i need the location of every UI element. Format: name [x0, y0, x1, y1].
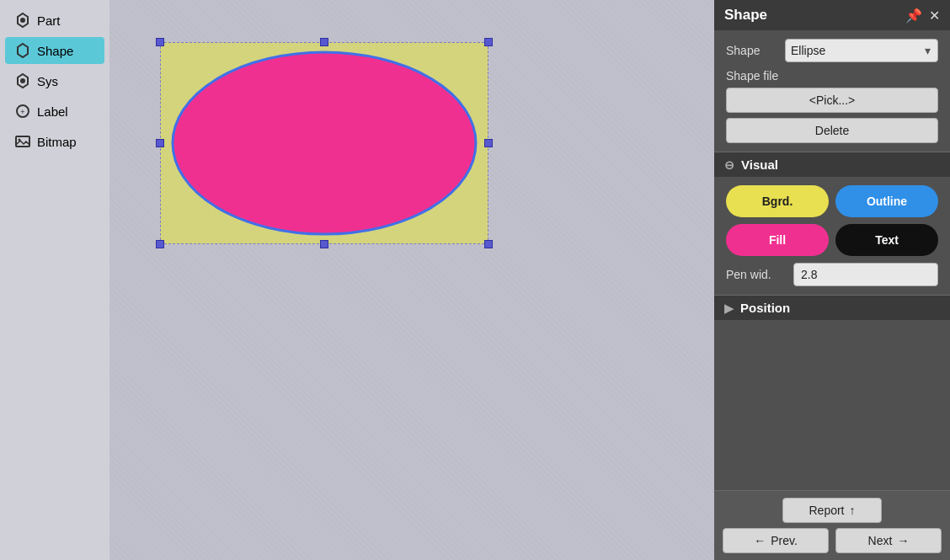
- handle-middle-left[interactable]: [156, 139, 164, 147]
- fill-button[interactable]: Fill: [726, 224, 829, 256]
- delete-button[interactable]: Delete: [726, 118, 938, 143]
- chevron-down-icon: ▾: [925, 44, 931, 57]
- shape-label: Shape: [37, 44, 73, 58]
- svg-text:+: +: [20, 108, 24, 116]
- text-button[interactable]: Text: [835, 224, 938, 256]
- handle-top-right[interactable]: [484, 38, 493, 46]
- next-label: Next: [868, 534, 893, 547]
- prev-arrow-icon: ←: [754, 534, 766, 547]
- handle-bottom-center[interactable]: [320, 240, 328, 248]
- svg-point-0: [20, 18, 25, 23]
- panel-title: Shape: [724, 7, 767, 24]
- close-icon[interactable]: ✕: [929, 8, 940, 24]
- next-arrow-icon: →: [897, 534, 909, 547]
- bgrd-button[interactable]: Bgrd.: [726, 185, 829, 217]
- bitmap-button[interactable]: Bitmap: [5, 128, 104, 155]
- prev-label: Prev.: [771, 534, 798, 547]
- selection-container: [160, 42, 488, 244]
- panel-header: Shape 📌 ✕: [714, 0, 950, 30]
- part-button[interactable]: Part: [5, 7, 104, 34]
- shape-type-label: Shape: [726, 44, 777, 57]
- label-icon: +: [13, 102, 32, 120]
- shape-dropdown[interactable]: Ellipse ▾: [785, 39, 938, 62]
- outline-button[interactable]: Outline: [835, 185, 938, 217]
- panel-header-icons: 📌 ✕: [905, 8, 940, 24]
- shape-type-row: Shape Ellipse ▾: [726, 39, 938, 62]
- handle-top-left[interactable]: [156, 38, 164, 46]
- handle-bottom-left[interactable]: [156, 240, 164, 248]
- sys-label: Sys: [37, 74, 58, 88]
- visual-section-header: ⊖ Visual: [714, 152, 950, 177]
- bitmap-icon: [13, 132, 32, 151]
- pen-wid-input[interactable]: [794, 266, 938, 283]
- part-icon: [13, 11, 32, 29]
- shape-file-label: Shape file: [726, 69, 938, 83]
- svg-rect-5: [16, 136, 29, 147]
- handle-middle-right[interactable]: [484, 139, 493, 147]
- part-label: Part: [37, 13, 61, 28]
- shape-icon: [13, 41, 32, 60]
- svg-point-6: [19, 139, 21, 141]
- position-section: [714, 320, 950, 490]
- visual-section-icon: ⊖: [724, 158, 734, 172]
- visual-section-label: Visual: [741, 157, 778, 172]
- report-button[interactable]: Report ↑: [782, 498, 881, 523]
- shape-section: Shape Ellipse ▾ Shape file <Pick...> Del…: [714, 30, 950, 152]
- svg-point-2: [20, 78, 25, 83]
- sys-button[interactable]: Sys: [5, 67, 104, 94]
- right-panel: Shape 📌 ✕ Shape Ellipse ▾ Shape file <Pi…: [714, 0, 950, 560]
- pen-wid-label: Pen wid.: [726, 268, 785, 281]
- next-button[interactable]: Next →: [835, 528, 942, 553]
- svg-marker-1: [18, 44, 28, 57]
- report-up-icon: ↑: [850, 504, 856, 517]
- pin-icon[interactable]: 📌: [905, 8, 922, 24]
- canvas-content: [160, 42, 522, 269]
- pen-width-row: Pen wid. ▲ ▼: [726, 263, 938, 286]
- color-row-1: Bgrd. Outline: [726, 185, 938, 217]
- position-section-header: ▶ Position: [714, 296, 950, 320]
- canvas-area: [109, 0, 714, 560]
- prev-next-row: ← Prev. Next →: [723, 528, 942, 553]
- label-label: Label: [37, 104, 68, 119]
- handle-top-center[interactable]: [320, 38, 328, 46]
- ellipse-svg: [160, 42, 488, 244]
- svg-point-7: [173, 52, 476, 234]
- pen-wid-input-wrapper: ▲ ▼: [793, 263, 938, 286]
- position-section-label: Position: [740, 301, 790, 315]
- position-section-icon: ▶: [724, 301, 734, 315]
- report-label: Report: [809, 504, 844, 517]
- visual-section: Bgrd. Outline Fill Text Pen wid. ▲ ▼: [714, 177, 950, 296]
- left-toolbar: Part Shape Sys + Label: [0, 0, 109, 560]
- label-button[interactable]: + Label: [5, 98, 104, 125]
- bitmap-label: Bitmap: [37, 135, 77, 149]
- bottom-nav: Report ↑ ← Prev. Next →: [714, 490, 950, 560]
- shape-dropdown-value: Ellipse: [791, 44, 825, 57]
- prev-button[interactable]: ← Prev.: [723, 528, 829, 553]
- color-row-2: Fill Text: [726, 224, 938, 256]
- sys-icon: [13, 72, 32, 90]
- shape-button[interactable]: Shape: [5, 37, 104, 64]
- report-row: Report ↑: [723, 498, 942, 523]
- pick-button[interactable]: <Pick...>: [726, 88, 938, 113]
- handle-bottom-right[interactable]: [484, 240, 493, 248]
